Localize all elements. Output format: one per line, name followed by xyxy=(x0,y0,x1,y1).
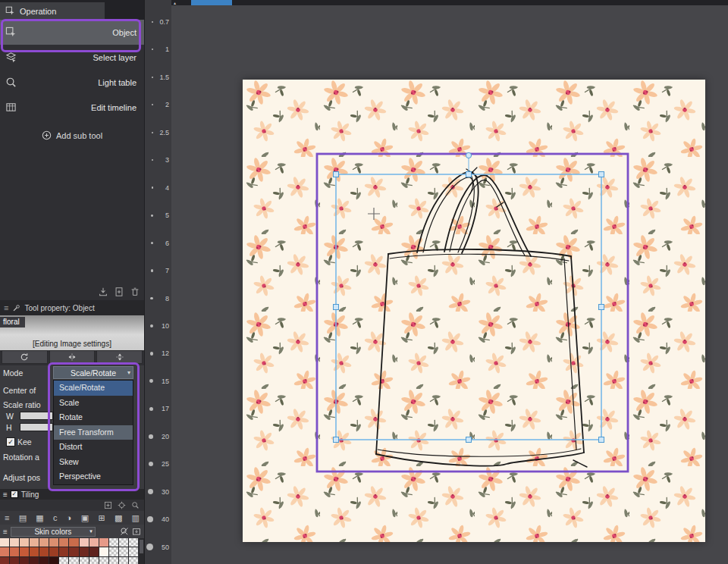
color-swatch[interactable] xyxy=(99,547,108,556)
brush-size-30[interactable]: 30 xyxy=(148,488,169,496)
color-swatch[interactable] xyxy=(69,557,78,564)
width-slider[interactable] xyxy=(20,412,53,420)
color-swatch[interactable] xyxy=(30,557,39,564)
mode-option-free-transform[interactable]: Free Transform xyxy=(54,425,133,440)
brush-size-20[interactable]: 20 xyxy=(149,433,169,440)
keep-aspect-checkbox[interactable]: ✓ xyxy=(6,437,15,446)
rotate-button[interactable] xyxy=(2,350,48,364)
color-swatch[interactable] xyxy=(80,547,89,556)
new-subtool-icon[interactable] xyxy=(114,287,124,297)
color-swatch[interactable] xyxy=(129,547,138,556)
toolbar-icon-3[interactable]: c xyxy=(53,513,58,522)
mode-option-scale[interactable]: Scale xyxy=(54,396,133,411)
color-swatch[interactable] xyxy=(39,538,49,547)
color-swatch[interactable] xyxy=(109,547,118,556)
color-swatch[interactable] xyxy=(80,538,89,547)
brush-size-1.5[interactable]: 1.5 xyxy=(152,74,169,81)
color-swatch[interactable] xyxy=(0,547,9,556)
brush-size-8[interactable]: 8 xyxy=(150,295,169,302)
toolbar-icon-7[interactable]: ▩ xyxy=(115,513,122,523)
import-icon[interactable] xyxy=(132,527,141,536)
height-slider[interactable] xyxy=(20,423,53,431)
color-swatch[interactable] xyxy=(59,538,68,547)
color-swatch[interactable] xyxy=(129,538,138,547)
add-to-palette-icon[interactable] xyxy=(104,501,112,509)
color-swatch[interactable] xyxy=(99,538,108,547)
toolbar-icon-8[interactable]: ▥ xyxy=(132,513,140,523)
swatch-scrollbar[interactable] xyxy=(139,538,144,564)
color-swatch[interactable] xyxy=(129,557,138,564)
register-material-icon[interactable] xyxy=(98,287,108,297)
color-swatch[interactable] xyxy=(20,538,29,547)
subtool-item-light-table[interactable]: Light table xyxy=(0,70,144,95)
color-swatch[interactable] xyxy=(119,557,128,564)
color-swatch[interactable] xyxy=(10,538,19,547)
delete-subtool-icon[interactable] xyxy=(130,287,140,297)
color-swatch[interactable] xyxy=(59,547,68,556)
brush-size-2.5[interactable]: 2.5 xyxy=(152,129,169,136)
brush-size-7[interactable]: 7 xyxy=(151,267,169,274)
brush-size-25[interactable]: 25 xyxy=(149,460,169,468)
document-tab-active[interactable] xyxy=(191,0,232,5)
artboard[interactable] xyxy=(243,80,705,542)
canvas-area[interactable] xyxy=(171,5,728,564)
brush-size-17[interactable]: 17 xyxy=(149,405,169,412)
color-swatch[interactable] xyxy=(10,557,19,564)
color-swatch[interactable] xyxy=(20,547,29,556)
color-swatch[interactable] xyxy=(30,547,39,556)
color-swatch[interactable] xyxy=(89,538,99,547)
toolbar-icon-4[interactable]: ◑ xyxy=(67,513,72,522)
toolbar-icon-0[interactable]: ≡ xyxy=(5,513,9,522)
mode-option-skew[interactable]: Skew xyxy=(54,455,133,470)
brush-size-1[interactable]: 1 xyxy=(152,45,169,53)
magnifier-off-icon[interactable] xyxy=(120,527,129,536)
flip-vertical-button[interactable] xyxy=(96,350,143,364)
color-swatch[interactable] xyxy=(109,557,118,564)
subtool-item-select-layer[interactable]: Select layer xyxy=(0,45,144,70)
color-swatch[interactable] xyxy=(69,538,78,547)
brush-size-4[interactable]: 4 xyxy=(152,184,170,192)
color-swatch[interactable] xyxy=(99,557,108,564)
rotation-handle[interactable] xyxy=(466,152,471,158)
tab-operation[interactable]: Operation xyxy=(0,2,105,20)
panel-menu-icon[interactable]: ≡ xyxy=(3,490,8,499)
toolbar-icon-5[interactable]: ▣ xyxy=(81,513,89,523)
color-swatch[interactable] xyxy=(10,547,19,556)
brush-size-5[interactable]: 5 xyxy=(151,212,169,219)
color-swatch[interactable] xyxy=(69,547,78,556)
floral-pattern-image[interactable] xyxy=(243,80,705,542)
flip-horizontal-button[interactable] xyxy=(49,350,96,364)
tiling-checkbox[interactable]: ✓ xyxy=(11,490,18,498)
mode-option-scale-rotate[interactable]: Scale/Rotate xyxy=(54,381,133,396)
color-swatch[interactable] xyxy=(39,547,49,556)
brush-size-0.7[interactable]: 0.7 xyxy=(152,18,169,26)
toolbar-icon-6[interactable]: ⊞ xyxy=(98,513,105,523)
brush-size-12[interactable]: 12 xyxy=(150,349,169,357)
color-swatch[interactable] xyxy=(119,547,128,556)
mode-dropdown[interactable]: Scale/Rotate ▾ xyxy=(53,366,133,379)
color-set-dropdown[interactable]: Skin colors ▾ xyxy=(11,527,96,537)
magnifier-icon[interactable] xyxy=(131,501,140,509)
toolbar-icon-2[interactable]: ▦ xyxy=(36,513,43,523)
color-swatch[interactable] xyxy=(0,557,9,564)
color-swatch[interactable] xyxy=(20,557,29,564)
color-swatch[interactable] xyxy=(119,538,128,547)
subtool-item-edit-timeline[interactable]: Edit timeline xyxy=(0,95,144,120)
panel-menu-icon[interactable]: ≡ xyxy=(4,303,8,312)
color-swatch[interactable] xyxy=(49,547,58,556)
color-swatch[interactable] xyxy=(49,538,58,547)
color-swatch[interactable] xyxy=(39,557,49,564)
add-sub-tool-button[interactable]: Add sub tool xyxy=(0,130,144,140)
brush-size-3[interactable]: 3 xyxy=(152,156,169,164)
color-swatch[interactable] xyxy=(89,557,99,564)
color-swatch[interactable] xyxy=(59,557,68,564)
brush-size-2[interactable]: 2 xyxy=(152,101,169,108)
panel-menu-icon[interactable]: ≡ xyxy=(3,528,8,536)
subtool-item-object[interactable]: Object xyxy=(0,20,144,45)
color-swatch[interactable] xyxy=(89,547,99,556)
color-swatch[interactable] xyxy=(109,538,118,547)
mode-option-distort[interactable]: Distort xyxy=(54,440,133,455)
color-swatch[interactable] xyxy=(80,557,89,564)
toolbar-icon-1[interactable]: ▤ xyxy=(19,513,27,523)
brush-size-15[interactable]: 15 xyxy=(149,378,169,385)
